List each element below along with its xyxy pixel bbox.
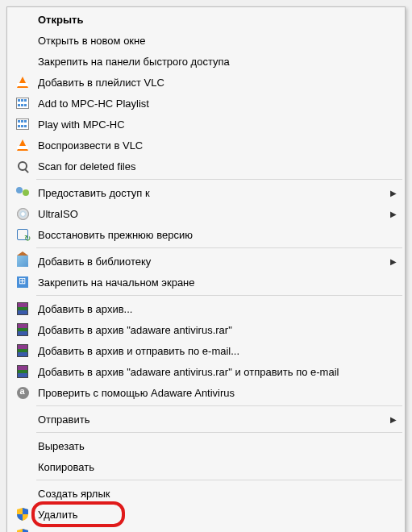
menu-label: Add to MPC-HC Playlist	[38, 98, 400, 110]
blank-icon	[12, 52, 33, 70]
chevron-right-icon: ▶	[387, 415, 400, 424]
menu-label: Отправить	[38, 414, 387, 426]
rar-icon	[12, 363, 33, 380]
menu-label: Добавить в архив...	[38, 303, 400, 315]
menu-label: Добавить в архив "adaware antivirus.rar"	[38, 324, 400, 336]
menu-label: Добавить в архив "adaware antivirus.rar"…	[38, 366, 400, 378]
shield-icon	[12, 526, 33, 532]
menu-separator	[36, 432, 402, 433]
menu-label: Добавить в библиотеку	[38, 256, 387, 268]
vlc-icon	[12, 73, 33, 91]
menu-item-copy[interactable]: Копировать	[9, 456, 403, 477]
disc-icon	[12, 205, 33, 222]
menu-label: Создать ярлык	[38, 488, 400, 500]
menu-label: Удалить	[38, 509, 400, 521]
menu-item-ultraiso[interactable]: UltraISO ▶	[9, 203, 403, 224]
menu-item-send-to[interactable]: Отправить ▶	[9, 409, 403, 430]
menu-item-pin-start[interactable]: Закрепить на начальном экране	[9, 272, 403, 293]
context-menu: Открыть Открыть в новом окне Закрепить н…	[6, 6, 406, 532]
menu-item-create-shortcut[interactable]: Создать ярлык	[9, 483, 403, 504]
blank-icon	[12, 10, 33, 28]
menu-item-pin-quick-access[interactable]: Закрепить на панели быстрого доступа	[9, 51, 403, 72]
menu-label: Добавить в плейлист VLC	[38, 77, 400, 89]
mpc-icon	[12, 94, 33, 112]
menu-item-add-archive[interactable]: Добавить в архив...	[9, 298, 403, 319]
menu-label: UltraISO	[38, 208, 387, 220]
blank-icon	[12, 31, 33, 49]
menu-label: Предоставить доступ к	[38, 187, 387, 199]
chevron-right-icon: ▶	[387, 210, 400, 218]
menu-separator	[36, 247, 402, 248]
menu-label: Проверить с помощью Adaware Antivirus	[38, 387, 400, 399]
menu-item-give-access[interactable]: Предоставить доступ к ▶	[9, 182, 403, 203]
menu-item-open[interactable]: Открыть	[9, 9, 403, 30]
menu-item-play-mpc[interactable]: Play with MPC-HC	[9, 114, 403, 135]
menu-item-rename[interactable]: Переименовать	[9, 525, 403, 532]
blank-icon	[12, 410, 33, 428]
menu-label: Play with MPC-HC	[38, 118, 400, 131]
menu-label: Scan for deleted files	[38, 160, 400, 172]
menu-label: Закрепить на начальном экране	[38, 276, 400, 289]
menu-item-add-mpc-playlist[interactable]: Add to MPC-HC Playlist	[9, 93, 403, 114]
menu-label: Восстановить прежнюю версию	[38, 229, 400, 241]
chevron-right-icon: ▶	[387, 189, 400, 197]
vlc-icon	[12, 136, 33, 154]
users-icon	[12, 184, 33, 202]
menu-separator	[36, 295, 402, 296]
shield-icon	[12, 505, 33, 523]
restore-icon	[12, 226, 33, 243]
menu-item-add-vlc-playlist[interactable]: Добавить в плейлист VLC	[9, 72, 403, 93]
menu-item-play-vlc[interactable]: Воспроизвести в VLC	[9, 135, 403, 156]
rar-icon	[12, 300, 33, 318]
menu-item-cut[interactable]: Вырезать	[9, 435, 403, 456]
search-icon	[12, 157, 33, 175]
blank-icon	[12, 458, 33, 476]
menu-item-restore-previous[interactable]: Восстановить прежнюю версию	[9, 224, 403, 245]
menu-label: Воспроизвести в VLC	[38, 139, 400, 152]
library-icon	[12, 252, 33, 270]
menu-label: Переименовать	[38, 530, 400, 533]
chevron-right-icon: ▶	[387, 257, 400, 266]
menu-item-delete[interactable]: Удалить	[9, 504, 403, 525]
menu-item-open-new-window[interactable]: Открыть в новом окне	[9, 30, 403, 51]
menu-label: Открыть	[38, 14, 400, 26]
rar-icon	[12, 321, 33, 339]
adaware-icon	[12, 384, 33, 401]
menu-label: Закрепить на панели быстрого доступа	[38, 56, 400, 68]
menu-item-scan-deleted[interactable]: Scan for deleted files	[9, 156, 403, 177]
menu-item-add-archive-named-email[interactable]: Добавить в архив "adaware antivirus.rar"…	[9, 361, 403, 382]
menu-label: Копировать	[38, 461, 400, 473]
blank-icon	[12, 437, 33, 455]
menu-label: Вырезать	[38, 440, 400, 452]
menu-separator	[36, 405, 402, 406]
menu-separator	[36, 480, 402, 480]
menu-separator	[36, 179, 402, 180]
pin-start-icon	[12, 273, 33, 291]
blank-icon	[12, 484, 33, 502]
menu-label: Открыть в новом окне	[38, 35, 400, 47]
menu-item-add-archive-named[interactable]: Добавить в архив "adaware antivirus.rar"	[9, 319, 403, 340]
rar-icon	[12, 342, 33, 360]
menu-item-check-adaware[interactable]: Проверить с помощью Adaware Antivirus	[9, 382, 403, 403]
mpc-icon	[12, 115, 33, 133]
menu-item-add-archive-email[interactable]: Добавить в архив и отправить по e-mail..…	[9, 340, 403, 361]
menu-item-add-library[interactable]: Добавить в библиотеку ▶	[9, 251, 403, 272]
menu-label: Добавить в архив и отправить по e-mail..…	[38, 345, 400, 357]
